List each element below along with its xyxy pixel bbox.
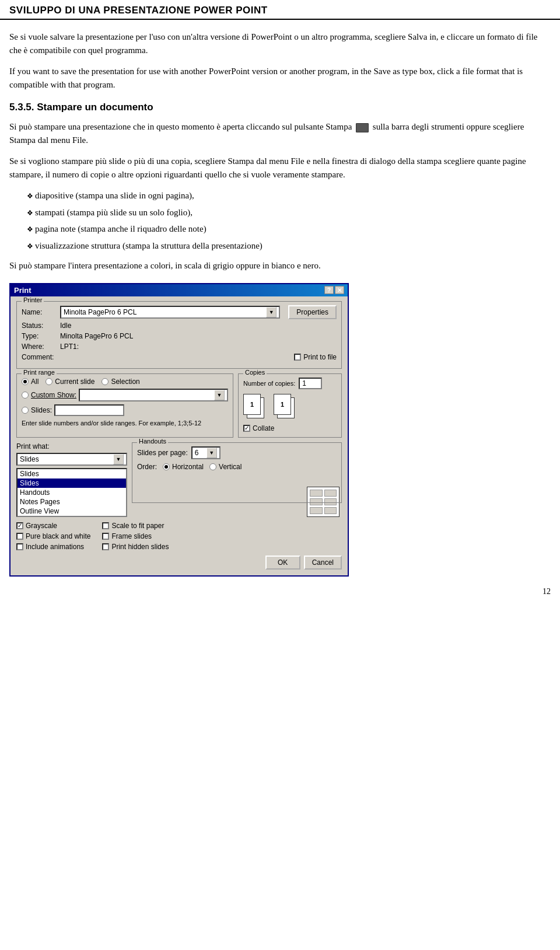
current-slide-radio[interactable] [46,378,52,385]
print-range-group: Print range All Current slide [16,373,233,438]
include-animations-checkbox[interactable] [16,543,23,550]
num-copies-value[interactable]: 1 [299,378,322,389]
dialog-overlay: Print ? ✕ Printer Name: Minolta PagePro … [9,283,551,577]
copies-icons: 2 1 2 1 [243,394,337,420]
dialog-title: Print [14,286,32,295]
scale-to-fit-checkbox[interactable] [102,522,109,529]
status-row: Status: Idle [22,322,337,330]
print-what-list: Slides Slides Handouts Notes Pages Outli… [16,468,127,517]
print-hidden-row: Print hidden slides [102,543,169,551]
select-arrow-icon[interactable]: ▼ [266,307,276,317]
pure-bw-checkbox[interactable] [16,533,23,540]
collate-row: Collate [243,424,337,432]
help-button[interactable]: ? [324,286,334,294]
dialog-buttons: OK Cancel [16,556,342,570]
frame-slides-checkbox[interactable] [102,533,109,540]
print-what-item-selected[interactable]: Slides [18,479,126,488]
slides-per-page-arrow-icon[interactable]: ▼ [206,448,217,458]
where-label: Where: [22,343,57,351]
order-label: Order: [137,463,157,471]
vertical-radio[interactable] [209,463,216,470]
ok-button[interactable]: OK [265,556,300,570]
print-range-label: Print range [22,369,57,376]
copy-page-front: 1 [243,394,261,415]
order-row: Order: Horizontal Vertical [137,463,337,471]
comment-label: Comment: [22,353,54,361]
print-what-arrow-icon[interactable]: ▼ [113,454,124,464]
all-radio[interactable] [22,378,29,385]
grayscale-label: Grayscale [26,522,57,530]
custom-show-row: Custom Show: ▼ [22,389,228,401]
horizontal-radio[interactable] [163,463,170,470]
slides-radio[interactable] [22,407,29,414]
selection-radio[interactable] [102,378,108,385]
custom-show-radio[interactable] [22,392,29,399]
grayscale-checkbox[interactable] [16,522,23,529]
custom-show-arrow-icon[interactable]: ▼ [214,390,225,400]
print-what-select-box[interactable]: Slides ▼ [16,453,127,466]
printer-icon [356,123,369,132]
slides-row: Slides: [22,404,228,416]
paragraph-1-en: If you want to save the presentation for… [9,65,551,91]
vertical-radio-row: Vertical [209,463,242,471]
slides-per-page-select[interactable]: 6 ▼ [191,446,220,459]
print-what-item[interactable]: Outline View [18,507,126,516]
properties-button[interactable]: Properties [288,305,337,319]
checkboxes-row-1: Grayscale Pure black and white Include a… [16,522,342,551]
scale-to-fit-row: Scale to fit paper [102,522,169,530]
pure-bw-label: Pure black and white [26,532,90,540]
slides-per-page-row: Slides per page: 6 ▼ [137,446,337,459]
all-label: All [31,378,38,386]
collate-label: Collate [253,424,274,432]
checkboxes-left: Grayscale Pure black and white Include a… [16,522,90,551]
print-what-item[interactable]: Notes Pages [18,497,126,507]
paragraph-3-it: Se si vogliono stampare più slide o più … [9,155,551,181]
bullet-list: diapositive (stampa una slide in ogni pa… [27,189,551,252]
slides-input[interactable] [54,404,124,416]
close-button[interactable]: ✕ [335,286,344,294]
where-value: LPT1: [60,343,79,351]
list-item: stampati (stampa più slide su un solo fo… [27,206,551,219]
copies-group-label: Copies [243,369,267,376]
range-radios-row: All Current slide Selection [22,378,228,386]
pure-bw-row: Pure black and white [16,532,90,540]
print-what-handouts-row: Print what: Slides ▼ Slides Slides Hando… [16,442,342,517]
handouts-group-label: Handouts [137,438,168,445]
print-to-file-row: Print to file [294,353,337,361]
collate-checkbox[interactable] [243,425,250,432]
num-copies-spinner[interactable]: 1 [299,378,322,389]
printer-name-select[interactable]: Minolta PagePro 6 PCL ▼ [60,306,280,319]
frame-slides-label: Frame slides [111,532,152,540]
num-copies-row: Number of copies: 1 [243,378,337,389]
cancel-button[interactable]: Cancel [304,556,342,570]
section-title: 5.3.5. Stampare un documento [9,102,551,113]
type-value: Minolta PagePro 6 PCL [60,332,133,340]
dialog-titlebar: Print ? ✕ [10,284,348,296]
include-animations-label: Include animations [26,543,84,551]
titlebar-buttons: ? ✕ [324,286,344,294]
print-to-file-checkbox[interactable] [294,354,301,361]
list-item: diapositive (stampa una slide in ogni pa… [27,189,551,202]
print-what-label: Print what: [16,442,50,450]
name-label: Name: [22,308,57,316]
print-hidden-checkbox[interactable] [102,543,109,550]
paragraph-2-it: Si può stampare una presentazione che in… [9,120,551,146]
printer-name-row: Name: Minolta PagePro 6 PCL ▼ Properties [22,305,337,319]
page-header: SVILUPPO DI UNA PRESENTAZIONE POWER POIN… [0,0,560,20]
frame-slides-row: Frame slides [102,532,169,540]
print-what-item[interactable]: Handouts [18,488,126,497]
slides-per-page-label: Slides per page: [137,449,188,457]
page-title: SVILUPPO DI UNA PRESENTAZIONE POWER POIN… [9,5,551,16]
print-what-item[interactable]: Slides [18,469,126,479]
list-item: pagina note (stampa anche il riquadro de… [27,222,551,236]
all-radio-row: All [22,378,38,386]
where-row: Where: LPT1: [22,343,337,351]
include-animations-row: Include animations [16,543,90,551]
horizontal-radio-row: Horizontal [163,463,204,471]
printer-group: Printer Name: Minolta PagePro 6 PCL ▼ Pr… [16,301,342,369]
status-label: Status: [22,322,57,330]
list-item: visualizzazione struttura (stampa la str… [27,239,551,253]
custom-show-select[interactable]: ▼ [79,389,228,401]
copy-icon-set-1: 2 1 [243,394,271,420]
scale-to-fit-label: Scale to fit paper [111,522,164,530]
